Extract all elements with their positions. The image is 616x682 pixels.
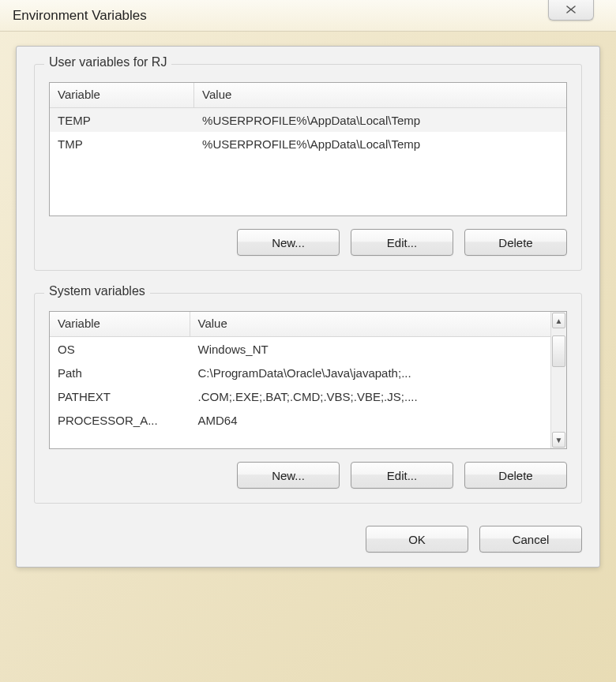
var-value: Windows_NT (190, 339, 550, 359)
user-edit-button[interactable]: Edit... (351, 229, 453, 256)
table-row[interactable]: Path C:\ProgramData\Oracle\Java\javapath… (50, 361, 550, 384)
var-name: PATHEXT (50, 387, 190, 407)
table-row[interactable]: OS Windows_NT (50, 337, 550, 361)
var-name: Path (50, 363, 190, 383)
var-value: %USERPROFILE%\AppData\Local\Temp (194, 134, 566, 154)
var-name: PROCESSOR_A... (50, 410, 190, 430)
close-button[interactable] (548, 0, 594, 21)
user-header-variable[interactable]: Variable (50, 83, 194, 108)
window-title: Environment Variables (13, 8, 147, 24)
var-value: %USERPROFILE%\AppData\Local\Temp (194, 111, 566, 130)
scroll-up-icon[interactable]: ▲ (552, 313, 565, 328)
user-variables-group: User variables for RJ Variable Value TEM… (34, 64, 582, 271)
system-edit-button[interactable]: Edit... (351, 462, 453, 489)
system-variables-list[interactable]: Variable Value OS Windows_NT Path C:\Pro… (49, 311, 567, 449)
var-name: TEMP (50, 111, 194, 130)
scroll-down-icon[interactable]: ▼ (552, 432, 565, 448)
scroll-thumb[interactable] (552, 335, 565, 367)
var-value: C:\ProgramData\Oracle\Java\javapath;... (190, 363, 550, 383)
user-button-row: New... Edit... Delete (49, 229, 567, 256)
dialog-button-row: OK Cancel (34, 526, 582, 553)
title-bar: Environment Variables (0, 0, 616, 32)
ok-button[interactable]: OK (366, 526, 468, 553)
var-value: .COM;.EXE;.BAT;.CMD;.VBS;.VBE;.JS;.... (190, 387, 550, 407)
table-row[interactable]: PATHEXT .COM;.EXE;.BAT;.CMD;.VBS;.VBE;.J… (50, 384, 550, 408)
var-name: TMP (50, 134, 194, 154)
user-list-header: Variable Value (50, 83, 566, 108)
cancel-button[interactable]: Cancel (479, 526, 582, 553)
table-row[interactable]: TEMP %USERPROFILE%\AppData\Local\Temp (50, 108, 566, 132)
scroll-track[interactable] (551, 329, 566, 431)
user-header-extra (543, 83, 566, 108)
system-new-button[interactable]: New... (237, 462, 340, 489)
user-variables-title: User variables for RJ (44, 55, 171, 69)
system-list-header: Variable Value (50, 312, 550, 337)
user-delete-button[interactable]: Delete (464, 229, 567, 256)
var-name: OS (50, 339, 190, 359)
system-variables-group: System variables Variable Value OS Windo… (34, 293, 582, 504)
var-value: AMD64 (190, 410, 550, 430)
system-variables-title: System variables (44, 284, 150, 298)
table-row[interactable]: PROCESSOR_A... AMD64 (50, 408, 550, 432)
system-button-row: New... Edit... Delete (49, 462, 567, 489)
user-variables-list[interactable]: Variable Value TEMP %USERPROFILE%\AppDat… (49, 82, 567, 216)
table-row[interactable]: TMP %USERPROFILE%\AppData\Local\Temp (50, 132, 566, 156)
system-header-variable[interactable]: Variable (50, 312, 190, 337)
user-new-button[interactable]: New... (237, 229, 340, 256)
user-header-value[interactable]: Value (194, 83, 543, 108)
system-list-scrollbar[interactable]: ▲ ▼ (550, 312, 566, 448)
dialog-body: User variables for RJ Variable Value TEM… (16, 46, 600, 568)
system-header-value[interactable]: Value (190, 312, 550, 337)
system-delete-button[interactable]: Delete (464, 462, 567, 489)
close-icon (565, 5, 577, 14)
